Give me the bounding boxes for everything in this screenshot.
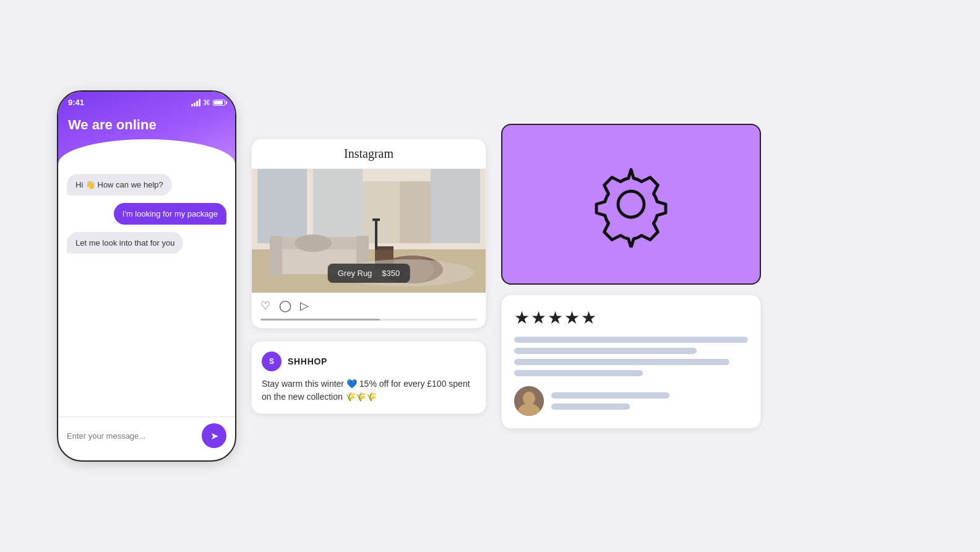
- furniture-scene: Grey Rug $350: [252, 169, 486, 293]
- comment-icon[interactable]: ◯: [279, 299, 291, 313]
- shhhop-text: Stay warm this winter 💙 15% off for ever…: [262, 377, 476, 403]
- svg-rect-3: [257, 169, 307, 243]
- review-line-3: [514, 359, 729, 365]
- shhhop-header: S SHHHOP: [262, 351, 476, 371]
- gear-icon: [588, 161, 674, 248]
- progress-fill: [260, 319, 380, 321]
- svg-rect-6: [363, 181, 400, 243]
- wave-divider: [58, 139, 235, 164]
- svg-point-21: [523, 392, 535, 405]
- svg-rect-7: [400, 181, 431, 243]
- reviewer-sub-line: [551, 403, 630, 410]
- reviewer-avatar: [514, 386, 544, 416]
- svg-rect-17: [375, 218, 377, 249]
- reviewer-info: [551, 392, 748, 410]
- battery-icon: [213, 100, 225, 106]
- svg-rect-4: [313, 169, 363, 243]
- phone-icons: ⌘: [191, 98, 225, 107]
- phone-mockup: 9:41 ⌘ We are online: [57, 90, 236, 462]
- shhhop-card: S SHHHOP Stay warm this winter 💙 15% off…: [251, 341, 486, 414]
- share-icon[interactable]: ▷: [300, 299, 309, 313]
- chat-bubble-3: Let me look into that for you: [67, 232, 183, 254]
- avatar-svg: [514, 386, 544, 416]
- message-input[interactable]: [67, 431, 196, 441]
- chat-area: Hi 👋 How can we help? I'm looking for my…: [58, 164, 235, 416]
- phone-time: 9:41: [68, 98, 84, 107]
- product-name: Grey Rug: [338, 269, 372, 278]
- reviewer-name-line: [551, 392, 669, 399]
- status-bar: 9:41 ⌘: [68, 98, 225, 107]
- review-line-2: [514, 348, 697, 354]
- review-profile: [514, 386, 748, 416]
- review-line-1: [514, 337, 748, 343]
- send-icon: ➤: [210, 430, 218, 442]
- shhhop-avatar: S: [262, 351, 282, 371]
- progress-bar: [260, 319, 477, 321]
- phone-header: 9:41 ⌘ We are online: [58, 92, 235, 164]
- review-card: ★★★★★: [501, 295, 761, 429]
- svg-rect-16: [375, 246, 393, 250]
- right-column: ★★★★★: [501, 124, 761, 429]
- svg-rect-5: [431, 169, 480, 243]
- instagram-progress: [252, 319, 486, 328]
- svg-rect-10: [270, 236, 282, 276]
- instagram-card: Instagram: [251, 139, 486, 329]
- chat-bubble-2: I'm looking for my package: [114, 203, 226, 225]
- review-line-4: [514, 370, 643, 376]
- signal-icon: [191, 99, 200, 106]
- svg-rect-18: [372, 218, 380, 221]
- instagram-actions: ♡ ◯ ▷: [252, 293, 486, 319]
- product-tooltip: Grey Rug $350: [328, 264, 410, 283]
- product-price: $350: [382, 269, 400, 278]
- chat-bubble-1: Hi 👋 How can we help?: [67, 174, 172, 196]
- send-button[interactable]: ➤: [202, 423, 226, 448]
- wifi-icon: ⌘: [203, 98, 210, 107]
- svg-point-12: [294, 235, 332, 252]
- review-lines: [514, 337, 748, 376]
- star-rating: ★★★★★: [514, 308, 748, 328]
- instagram-logo: Instagram: [252, 139, 486, 169]
- phone-header-title: We are online: [68, 117, 225, 133]
- main-container: 9:41 ⌘ We are online: [57, 90, 923, 462]
- heart-icon[interactable]: ♡: [260, 299, 270, 313]
- middle-column: Instagram: [251, 139, 486, 414]
- gear-card: [501, 124, 761, 285]
- shhhop-name: SHHHOP: [288, 356, 327, 366]
- instagram-image: Grey Rug $350: [252, 169, 486, 293]
- input-area: ➤: [58, 416, 235, 460]
